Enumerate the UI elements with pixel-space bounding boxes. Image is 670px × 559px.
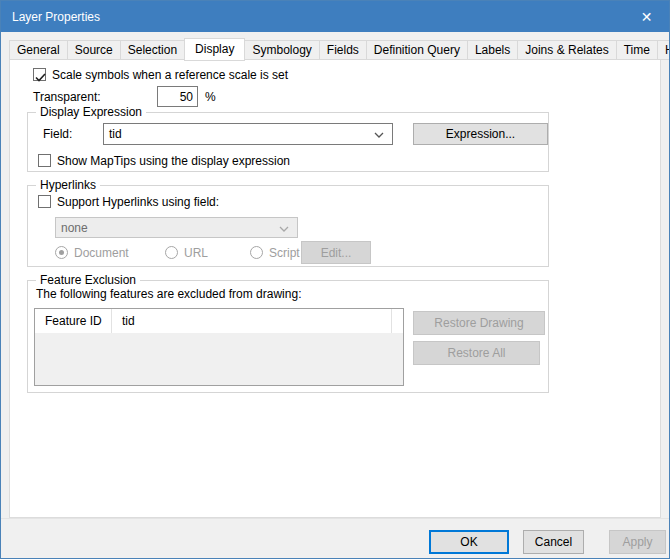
- feature-exclusion-group: Feature Exclusion The following features…: [27, 280, 549, 393]
- restore-drawing-button[interactable]: Restore Drawing: [413, 311, 545, 335]
- transparent-label: Transparent:: [33, 90, 101, 104]
- document-radio-row: Document: [55, 245, 129, 260]
- url-radio-row: URL: [165, 245, 208, 260]
- tab-labels[interactable]: Labels: [467, 40, 518, 60]
- hyperlink-field-value: none: [61, 221, 88, 235]
- layer-properties-dialog: Layer Properties ✕ General Source Select…: [0, 0, 670, 559]
- field-label: Field:: [43, 127, 72, 141]
- script-radio-label: Script: [269, 246, 300, 260]
- scale-symbols-checkbox-row: Scale symbols when a reference scale is …: [33, 67, 288, 82]
- document-radio[interactable]: [55, 246, 68, 259]
- display-expression-group: Display Expression Field: tid Expression…: [27, 112, 549, 172]
- url-radio-label: URL: [184, 246, 208, 260]
- apply-button[interactable]: Apply: [609, 530, 666, 554]
- feature-exclusion-group-title: Feature Exclusion: [36, 273, 140, 287]
- tab-time[interactable]: Time: [616, 40, 658, 60]
- ok-button[interactable]: OK: [429, 530, 509, 554]
- support-hyperlinks-label: Support Hyperlinks using field:: [57, 195, 219, 209]
- transparent-unit-label: %: [205, 90, 216, 104]
- column-header-tid[interactable]: tid: [112, 309, 391, 333]
- support-hyperlinks-checkbox[interactable]: [38, 195, 51, 208]
- radio-dot-icon: [59, 250, 64, 255]
- window-title: Layer Properties: [1, 10, 624, 24]
- cancel-button[interactable]: Cancel: [523, 530, 584, 554]
- display-expression-group-title: Display Expression: [36, 105, 146, 119]
- url-radio[interactable]: [165, 246, 178, 259]
- scale-symbols-checkbox[interactable]: [33, 68, 46, 81]
- window-titlebar[interactable]: Layer Properties ✕: [1, 1, 669, 32]
- tab-fields[interactable]: Fields: [319, 40, 367, 60]
- tab-display[interactable]: Display: [184, 38, 245, 61]
- scale-symbols-label: Scale symbols when a reference scale is …: [52, 68, 288, 82]
- display-field-combobox[interactable]: tid: [103, 123, 393, 145]
- exclusion-list-header: Feature ID tid: [35, 309, 403, 333]
- maptips-checkbox[interactable]: [38, 154, 51, 167]
- tab-selection[interactable]: Selection: [120, 40, 185, 60]
- display-tab-page: Scale symbols when a reference scale is …: [9, 59, 661, 518]
- column-header-feature-id[interactable]: Feature ID: [35, 309, 111, 333]
- tab-strip: General Source Selection Display Symbolo…: [9, 37, 670, 60]
- close-icon: ✕: [641, 9, 653, 25]
- script-radio[interactable]: [250, 246, 263, 259]
- restore-all-button[interactable]: Restore All: [413, 341, 540, 365]
- transparent-input[interactable]: [157, 86, 198, 107]
- tab-definition-query[interactable]: Definition Query: [366, 40, 468, 60]
- hyperlink-field-combobox[interactable]: none: [55, 217, 298, 238]
- check-icon: [35, 71, 46, 85]
- hyperlinks-group: Hyperlinks Support Hyperlinks using fiel…: [27, 185, 549, 267]
- document-radio-label: Document: [74, 246, 129, 260]
- tab-general[interactable]: General: [9, 40, 68, 60]
- script-radio-row: Script: [250, 245, 300, 260]
- chevron-down-icon: [279, 221, 289, 235]
- edit-button[interactable]: Edit...: [301, 241, 371, 264]
- tab-html-popup[interactable]: HTML Popup: [657, 40, 670, 60]
- column-header-spacer: [392, 309, 403, 333]
- exclusion-list: Feature ID tid: [34, 308, 404, 386]
- close-button[interactable]: ✕: [624, 1, 669, 32]
- maptips-checkbox-row: Show MapTips using the display expressio…: [38, 153, 290, 168]
- tab-source[interactable]: Source: [67, 40, 121, 60]
- footer-divider: [1, 518, 669, 519]
- tab-symbology[interactable]: Symbology: [244, 40, 319, 60]
- display-field-value: tid: [109, 127, 122, 141]
- maptips-label: Show MapTips using the display expressio…: [57, 154, 290, 168]
- hyperlinks-group-title: Hyperlinks: [36, 178, 100, 192]
- chevron-down-icon: [374, 127, 384, 141]
- tab-joins-relates[interactable]: Joins & Relates: [517, 40, 616, 60]
- support-hyperlinks-checkbox-row: Support Hyperlinks using field:: [38, 194, 219, 209]
- feature-exclusion-description: The following features are excluded from…: [36, 287, 301, 301]
- exclusion-list-body[interactable]: [35, 333, 403, 385]
- expression-button[interactable]: Expression...: [413, 123, 548, 145]
